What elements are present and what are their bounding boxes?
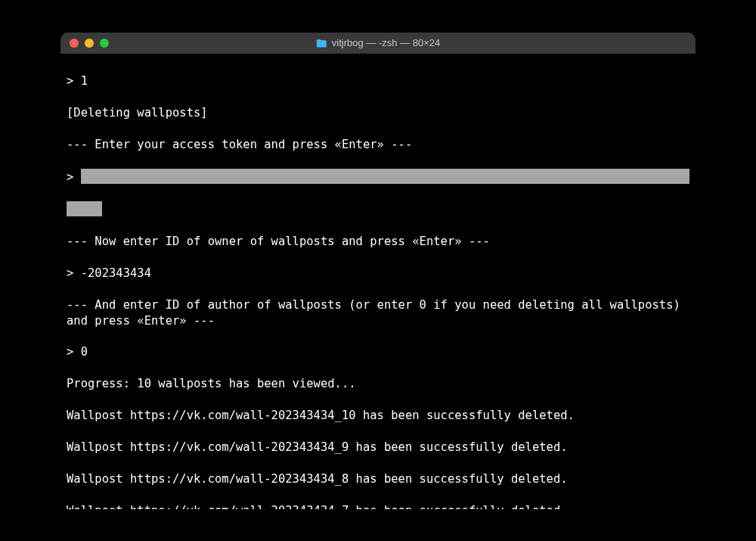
close-icon[interactable] <box>70 39 79 48</box>
terminal-line: Wallpost https://vk.com/wall-202343434_9… <box>67 440 689 455</box>
terminal-line: > -202343434 <box>67 266 689 281</box>
terminal-line: > 0 <box>67 344 689 360</box>
terminal-line-selected <box>67 201 689 218</box>
minimize-icon[interactable] <box>85 39 94 48</box>
terminal-line: > 1 <box>67 73 689 89</box>
traffic-lights <box>60 39 109 48</box>
terminal-line: --- And enter ID of author of wallposts … <box>67 297 689 329</box>
terminal-line: Wallpost https://vk.com/wall-202343434_8… <box>67 471 689 487</box>
window-title-text: vitjrbog — -zsh — 80×24 <box>332 37 440 48</box>
terminal-line: --- Enter your access token and press «E… <box>67 137 689 153</box>
terminal-line: Wallpost https://vk.com/wall-202343434_7… <box>67 503 689 509</box>
maximize-icon[interactable] <box>100 39 109 48</box>
terminal-line-selected: > <box>67 169 689 185</box>
terminal-line: Wallpost https://vk.com/wall-202343434_1… <box>67 408 689 424</box>
selection-highlight <box>81 169 689 184</box>
selection-highlight <box>67 201 102 216</box>
folder-icon <box>316 39 327 48</box>
terminal-line: Progress: 10 wallposts has been viewed..… <box>67 376 689 392</box>
prompt-symbol: > <box>67 170 81 184</box>
window-title: vitjrbog — -zsh — 80×24 <box>316 37 440 48</box>
terminal-body[interactable]: > 1 [Deleting wallposts] --- Enter your … <box>60 54 696 509</box>
titlebar[interactable]: vitjrbog — -zsh — 80×24 <box>60 33 696 54</box>
terminal-window: vitjrbog — -zsh — 80×24 > 1 [Deleting wa… <box>60 33 696 509</box>
terminal-line: [Deleting wallposts] <box>67 105 689 121</box>
terminal-line: --- Now enter ID of owner of wallposts a… <box>67 234 689 250</box>
